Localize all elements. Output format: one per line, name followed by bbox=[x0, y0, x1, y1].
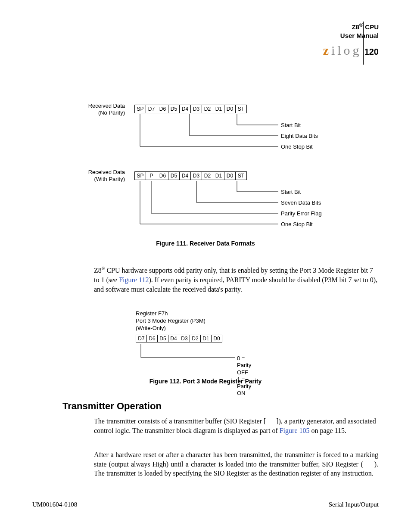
para1-a: Z8 bbox=[94, 267, 102, 274]
zilog-logo: zilog bbox=[323, 43, 362, 58]
figure-112-caption: Figure 112. Port 3 Mode Register Parity bbox=[0, 378, 411, 385]
logo-text: ilog bbox=[331, 43, 362, 57]
footer-left: UM001604-0108 bbox=[32, 501, 77, 508]
footer-right: Serial Input/Output bbox=[329, 501, 379, 508]
doc-title: Z8® CPU User Manual bbox=[323, 22, 379, 40]
page-footer: UM001604-0108 Serial Input/Output bbox=[32, 501, 379, 508]
row2-callout-onestop: One Stop Bit bbox=[281, 221, 313, 227]
paragraph-1: Z8® CPU hardware supports odd parity onl… bbox=[94, 266, 378, 294]
fig112-parity-off: 0 = Parity OFF bbox=[237, 355, 251, 376]
paragraph-2: The transmitter consists of a transmitte… bbox=[94, 417, 378, 435]
logo-row: zilog 120 bbox=[323, 43, 379, 58]
product-name-l1: Z8 bbox=[352, 23, 359, 31]
page-number: 120 bbox=[364, 47, 379, 58]
fig112-parity-labels: 0 = Parity OFF 1 = Parity ON bbox=[237, 355, 251, 397]
product-name-l1b: CPU bbox=[363, 23, 379, 31]
row2-callout-parityflag: Parity Error Flag bbox=[281, 210, 322, 217]
row2-callout-startbit: Start Bit bbox=[281, 189, 301, 195]
row2-callout-sevendata: Seven Data Bits bbox=[281, 199, 321, 206]
link-figure-105[interactable]: Figure 105 bbox=[280, 427, 310, 434]
page-header: Z8® CPU User Manual zilog 120 bbox=[323, 22, 379, 58]
para2-b: on page 115. bbox=[309, 427, 346, 434]
header-rule bbox=[363, 22, 364, 65]
fig112-callout-lines bbox=[136, 310, 291, 370]
row2-callout-lines bbox=[60, 97, 362, 239]
link-figure-112[interactable]: Figure 112 bbox=[119, 276, 149, 283]
logo-z: z bbox=[323, 43, 331, 57]
product-name-l2: User Manual bbox=[340, 32, 379, 39]
figure-112-area: Register F7h Port 3 Mode Register (P3M) … bbox=[136, 310, 222, 342]
paragraph-3: After a hardware reset or after a charac… bbox=[94, 450, 378, 478]
section-heading: Transmitter Operation bbox=[62, 401, 162, 412]
figure-111-caption: Figure 111. Receiver Data Formats bbox=[0, 240, 411, 247]
